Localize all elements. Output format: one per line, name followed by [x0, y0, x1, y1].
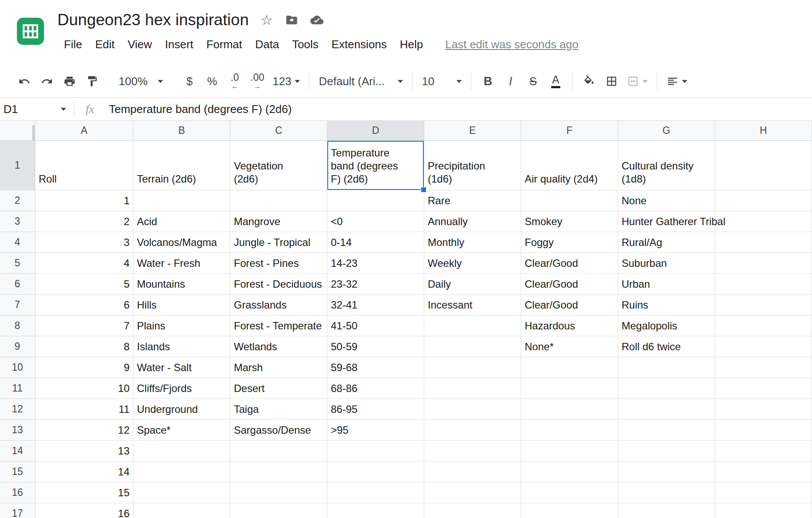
- cell-G5[interactable]: Suburban: [618, 253, 715, 274]
- menu-help[interactable]: Help: [393, 35, 429, 54]
- cell-F11[interactable]: [521, 378, 618, 399]
- column-header-E[interactable]: E: [424, 121, 521, 141]
- menu-file[interactable]: File: [57, 35, 89, 54]
- cell-C3[interactable]: Mangrove: [230, 211, 327, 232]
- cell-A9[interactable]: 8: [35, 336, 133, 357]
- format-percent-button[interactable]: %: [201, 70, 223, 93]
- cell-D16[interactable]: [327, 482, 424, 503]
- cell-H9[interactable]: [715, 336, 812, 357]
- cell-E6[interactable]: Daily: [424, 274, 521, 295]
- cell-G3[interactable]: Hunter Gatherer Tribal: [618, 211, 715, 232]
- menu-tools[interactable]: Tools: [286, 35, 325, 54]
- cell-H15[interactable]: [715, 462, 812, 482]
- cell-B5[interactable]: Water - Fresh: [133, 253, 230, 274]
- merge-cells-button[interactable]: [623, 70, 652, 93]
- cell-E4[interactable]: Monthly: [424, 232, 521, 253]
- cell-C4[interactable]: Jungle - Tropical: [230, 232, 327, 253]
- cell-B16[interactable]: [133, 482, 230, 503]
- column-header-B[interactable]: B: [133, 121, 230, 141]
- cell-C1[interactable]: Vegetation (2d6): [230, 141, 327, 190]
- menu-edit[interactable]: Edit: [89, 35, 121, 54]
- cell-B17[interactable]: [133, 503, 230, 518]
- menu-data[interactable]: Data: [249, 35, 286, 54]
- cell-F6[interactable]: Clear/Good: [521, 274, 618, 295]
- column-header-H[interactable]: H: [715, 121, 812, 141]
- row-header-4[interactable]: 4: [0, 232, 35, 253]
- cell-H3[interactable]: [715, 211, 812, 232]
- cell-D6[interactable]: 23-32: [327, 274, 424, 295]
- cell-B8[interactable]: Plains: [133, 315, 230, 336]
- redo-button[interactable]: [36, 70, 58, 93]
- cell-G6[interactable]: Urban: [618, 274, 715, 295]
- cell-E1[interactable]: Precipitation (1d6): [424, 141, 521, 190]
- cell-G16[interactable]: [618, 482, 715, 503]
- cell-H8[interactable]: [715, 315, 812, 336]
- cell-C15[interactable]: [230, 462, 327, 482]
- cell-B11[interactable]: Cliffs/Fjords: [133, 378, 230, 399]
- cell-A15[interactable]: 14: [35, 462, 133, 482]
- cell-E15[interactable]: [424, 462, 521, 482]
- cell-E10[interactable]: [424, 357, 521, 378]
- undo-button[interactable]: [13, 70, 36, 93]
- cell-B3[interactable]: Acid: [133, 211, 230, 232]
- column-header-C[interactable]: C: [230, 121, 327, 141]
- cell-H11[interactable]: [715, 378, 812, 399]
- cell-D1[interactable]: Temperature band (degrees F) (2d6): [327, 141, 424, 190]
- column-header-F[interactable]: F: [521, 121, 618, 141]
- cell-A5[interactable]: 4: [35, 253, 133, 274]
- row-header-2[interactable]: 2: [0, 190, 35, 211]
- row-header-15[interactable]: 15: [0, 462, 35, 482]
- cell-E9[interactable]: [424, 336, 521, 357]
- cell-E16[interactable]: [424, 482, 521, 503]
- cell-G7[interactable]: Ruins: [618, 295, 715, 315]
- cell-H10[interactable]: [715, 357, 812, 378]
- cell-H13[interactable]: [715, 420, 812, 441]
- cell-D10[interactable]: 59-68: [327, 357, 424, 378]
- cell-G1[interactable]: Cultural density (1d8): [618, 141, 715, 190]
- cell-F1[interactable]: Air quality (2d4): [521, 141, 618, 190]
- cell-B1[interactable]: Terrain (2d6): [133, 141, 230, 190]
- cell-D5[interactable]: 14-23: [327, 253, 424, 274]
- increase-decimal-button[interactable]: .00→: [246, 70, 269, 93]
- cell-C8[interactable]: Forest - Temperate: [230, 315, 327, 336]
- cell-B4[interactable]: Volcanos/Magma: [133, 232, 230, 253]
- row-header-11[interactable]: 11: [0, 378, 35, 399]
- cell-G4[interactable]: Rural/Ag: [618, 232, 715, 253]
- menu-insert[interactable]: Insert: [159, 35, 200, 54]
- cell-G11[interactable]: [618, 378, 715, 399]
- cell-G17[interactable]: [618, 503, 715, 518]
- cell-F3[interactable]: Smokey: [521, 211, 618, 232]
- cell-A13[interactable]: 12: [35, 420, 133, 441]
- cell-C2[interactable]: [230, 190, 327, 211]
- name-box[interactable]: D1: [0, 98, 74, 120]
- cell-D2[interactable]: [327, 190, 424, 211]
- cell-D14[interactable]: [327, 441, 424, 462]
- print-button[interactable]: [58, 70, 81, 93]
- cell-C13[interactable]: Sargasso/Dense: [230, 420, 327, 441]
- cell-B13[interactable]: Space*: [133, 420, 230, 441]
- cell-D4[interactable]: 0-14: [327, 232, 424, 253]
- cell-G9[interactable]: Roll d6 twice: [618, 336, 715, 357]
- cell-A14[interactable]: 13: [35, 441, 133, 462]
- cell-B10[interactable]: Water - Salt: [133, 357, 230, 378]
- cell-E2[interactable]: Rare: [424, 190, 521, 211]
- cell-B12[interactable]: Underground: [133, 399, 230, 420]
- row-header-10[interactable]: 10: [0, 357, 35, 378]
- cell-E13[interactable]: [424, 420, 521, 441]
- cell-G10[interactable]: [618, 357, 715, 378]
- row-header-16[interactable]: 16: [0, 482, 35, 503]
- cell-C11[interactable]: Desert: [230, 378, 327, 399]
- cell-A17[interactable]: 16: [35, 503, 133, 518]
- cell-C7[interactable]: Grasslands: [230, 295, 327, 315]
- cloud-check-icon[interactable]: [309, 13, 324, 27]
- document-title[interactable]: Dungeon23 hex inspiration: [57, 11, 249, 29]
- cell-E7[interactable]: Incessant: [424, 295, 521, 315]
- cell-G15[interactable]: [618, 462, 715, 482]
- cell-B2[interactable]: [133, 190, 230, 211]
- cell-F7[interactable]: Clear/Good: [521, 295, 618, 315]
- cell-A8[interactable]: 7: [35, 315, 133, 336]
- cell-B7[interactable]: Hills: [133, 295, 230, 315]
- formula-input[interactable]: Temperature band (degrees F) (2d6): [109, 103, 292, 116]
- font-size-select[interactable]: 10: [418, 70, 466, 93]
- cell-B9[interactable]: Islands: [133, 336, 230, 357]
